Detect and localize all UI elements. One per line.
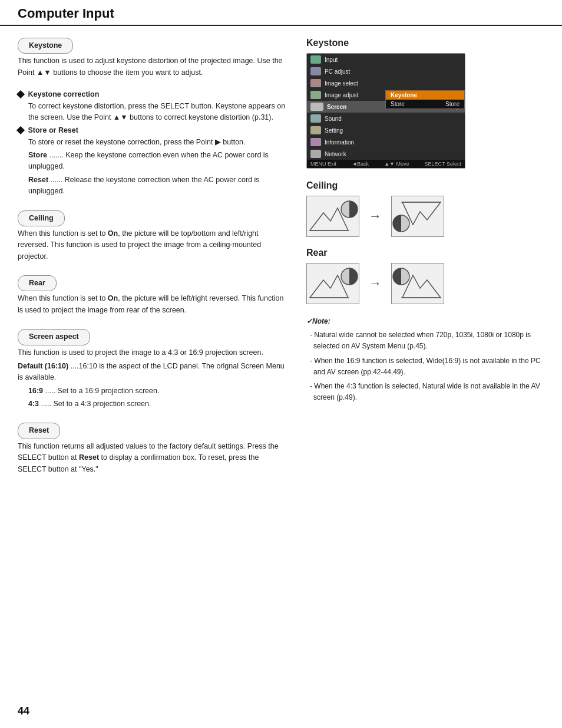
page-number: 44	[18, 705, 29, 717]
page-body: Keystone This function is used to adjust…	[0, 26, 562, 500]
keystone-section: Keystone This function is used to adjust…	[18, 38, 289, 197]
note-title: ✓Note:	[306, 316, 544, 327]
menu-icon-imageadjust	[310, 91, 321, 99]
bottom-back: ◄Back	[352, 161, 369, 167]
ceiling-text: When this function is set to On, the pic…	[18, 228, 289, 262]
bottom-select: SELECT Select	[425, 161, 461, 167]
reset-tag: Reset	[18, 423, 60, 439]
rear-section: Rear When this function is set to On, th…	[18, 275, 289, 316]
ceiling-section: Ceiling When this function is set to On,…	[18, 210, 289, 263]
menu-row-input: Input	[307, 54, 465, 65]
menu-icon-network	[310, 150, 321, 158]
ceiling-before-box	[306, 196, 359, 237]
reset-line: Reset ...... Release the keystone correc…	[18, 174, 289, 197]
store-label: Store	[28, 151, 47, 159]
keystone-tag: Keystone	[18, 38, 73, 54]
menu-row-imageselect: Image select	[307, 77, 465, 89]
menu-row-pcadjust: PC adjust	[307, 65, 465, 77]
menu-icon-pcadjust	[310, 67, 321, 75]
note-item-3: When the 4:3 function is selected, Natur…	[306, 381, 544, 403]
menu-icon-information	[310, 138, 321, 146]
popup-store-value: Store	[445, 101, 459, 107]
menu-icon-input	[310, 55, 321, 64]
rear-after-box	[391, 263, 444, 304]
default-label: Default (16:10)	[18, 362, 68, 370]
ratio43-label: 4:3	[28, 400, 39, 408]
reset-text-body: This function returns all adjusted value…	[18, 441, 289, 475]
keystone-popup: Keystone Store Store	[385, 90, 465, 109]
reset-text: ...... Release the keystone correction w…	[28, 176, 260, 195]
rear-right-title: Rear	[306, 248, 544, 258]
screen-aspect-options: Default (16:10) ....16:10 is the aspect …	[18, 361, 289, 410]
ceiling-diagram-container: →	[306, 196, 544, 237]
ceiling-tag: Ceiling	[18, 210, 65, 226]
ceiling-after-svg	[392, 196, 444, 236]
keystone-bullet2: Store or Reset To store or reset the key…	[18, 125, 289, 197]
ceiling-right-title: Ceiling	[306, 180, 544, 191]
note-list: Natural wide cannot be selected when 720…	[306, 330, 544, 403]
page-title: Computer Input	[18, 6, 114, 21]
rear-text: When this function is set to On, the pic…	[18, 293, 289, 316]
popup-store-label: Store	[391, 101, 405, 107]
reset-label: Reset	[28, 176, 48, 184]
popup-title: Keystone	[386, 91, 464, 100]
bullet1-title: Keystone correction	[28, 90, 99, 98]
ceiling-right-section: Ceiling →	[306, 180, 544, 237]
diamond-icon2	[16, 126, 25, 134]
bullet2-text1: To store or reset the keystone correctio…	[18, 137, 289, 148]
ceiling-after-box	[391, 196, 444, 237]
diamond-icon	[16, 90, 25, 98]
ratio43-text: ..... Set to a 4:3 projection screen.	[41, 400, 151, 408]
rear-arrow: →	[369, 276, 382, 291]
ratio43-option: 4:3 ..... Set to a 4:3 projection screen…	[18, 398, 289, 410]
ceiling-arrow: →	[369, 209, 382, 224]
rear-tag: Rear	[18, 275, 57, 291]
menu-icon-imageselect	[310, 79, 321, 87]
note-section: ✓Note: Natural wide cannot be selected w…	[306, 316, 544, 403]
menu-row-sound: Sound	[307, 113, 465, 124]
keystone-menu: Input PC adjust Image select Image adjus…	[306, 53, 465, 169]
note-item-2: When the 16:9 function is selected, Wide…	[306, 355, 544, 378]
keystone-right-title: Keystone	[306, 38, 544, 48]
rear-before-svg	[307, 263, 359, 304]
menu-row-network: Network	[307, 148, 465, 160]
bottom-move: ▲▼ Move	[384, 161, 409, 167]
rear-after-svg	[392, 263, 444, 304]
popup-store-row: Store Store	[386, 100, 464, 108]
screen-aspect-section: Screen aspect This function is used to p…	[18, 329, 289, 410]
menu-bottom-bar: MENU Exit ◄Back ▲▼ Move SELECT Select	[307, 160, 465, 168]
rear-right-section: Rear →	[306, 248, 544, 304]
menu-row-information: Information	[307, 136, 465, 148]
menu-row-setting: Setting	[307, 124, 465, 136]
ceiling-before-svg	[307, 196, 359, 236]
keystone-right-section: Keystone Input PC adjust Image select	[306, 38, 544, 169]
menu-icon-sound	[310, 114, 321, 123]
menu-icon-screen	[310, 103, 323, 111]
right-column: Keystone Input PC adjust Image select	[306, 38, 544, 488]
ratio169-text: ..... Set to a 16:9 projection screen.	[45, 387, 160, 395]
store-text: ....... Keep the keystone correction eve…	[28, 151, 269, 170]
store-line: Store ....... Keep the keystone correcti…	[18, 150, 289, 173]
keystone-bullet1: Keystone correction To correct keystone …	[18, 89, 289, 123]
page-header: Computer Input	[0, 0, 562, 26]
rear-before-box	[306, 263, 359, 304]
menu-icon-setting	[310, 126, 321, 134]
keystone-intro: This function is used to adjust keystone…	[18, 55, 289, 78]
reset-section: Reset This function returns all adjusted…	[18, 423, 289, 475]
bullet1-text: To correct keystone distortion, press th…	[18, 101, 289, 124]
screen-aspect-tag: Screen aspect	[18, 329, 90, 345]
bullet2-title: Store or Reset	[28, 126, 78, 134]
ratio169-option: 16:9 ..... Set to a 16:9 projection scre…	[18, 386, 289, 397]
default-option: Default (16:10) ....16:10 is the aspect …	[18, 361, 289, 384]
left-column: Keystone This function is used to adjust…	[18, 38, 289, 488]
rear-diagram-container: →	[306, 263, 544, 304]
note-item-1: Natural wide cannot be selected when 720…	[306, 330, 544, 352]
bottom-exit: MENU Exit	[310, 161, 336, 167]
screen-aspect-intro: This function is used to project the ima…	[18, 347, 289, 358]
ratio169-label: 16:9	[28, 387, 43, 395]
